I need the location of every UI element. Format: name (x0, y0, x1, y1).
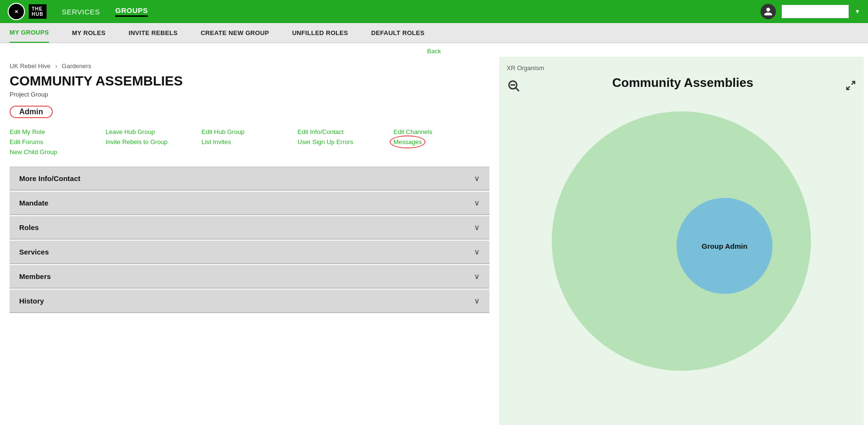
breadcrumb-current: Gardeners (62, 62, 91, 70)
nav-links: SERVICES GROUPS (62, 6, 148, 17)
list-invites-link[interactable]: List Invites (202, 137, 297, 147)
admin-badge: Admin (10, 106, 53, 118)
outer-circle: Group Admin (552, 111, 811, 371)
groups-nav-link[interactable]: GROUPS (115, 6, 148, 17)
admin-col-5: Edit Channels Messages (393, 127, 489, 157)
chevron-down-icon-0: ∨ (474, 174, 480, 183)
xr-logo[interactable]: ✕ (8, 3, 25, 20)
messages-circle-decoration: Messages (393, 138, 422, 146)
leave-hub-group-link[interactable]: Leave Hub Group (106, 127, 202, 137)
chevron-down-icon-1: ∨ (474, 198, 480, 207)
search-input[interactable] (782, 5, 849, 18)
svg-line-2 (516, 88, 519, 91)
accordion-history-label: History (19, 297, 44, 305)
new-child-group-link[interactable]: New Child Group (10, 147, 106, 157)
accordion-mandate[interactable]: Mandate ∨ (10, 192, 489, 215)
page-subtitle: Project Group (10, 91, 489, 98)
admin-col-4: Edit Info/Contact User Sign Up Errors (297, 127, 393, 157)
subnav-unfilled-roles[interactable]: UNFILLED ROLES (292, 24, 348, 42)
account-icon[interactable] (761, 4, 776, 19)
page-title: COMMUNITY ASSEMBLIES (10, 73, 489, 89)
expand-icon[interactable] (845, 80, 856, 93)
subnav-my-groups[interactable]: MY GROUPS (10, 23, 49, 43)
chevron-down-icon-4: ∨ (474, 272, 480, 281)
edit-hub-group-link[interactable]: Edit Hub Group (202, 127, 297, 137)
nav-right: ▼ (761, 4, 860, 19)
xr-organism-label: XR Organism (507, 64, 856, 72)
content-area: UK Rebel Hive › Gardeners COMMUNITY ASSE… (0, 57, 499, 425)
accordion-members[interactable]: Members ∨ (10, 265, 489, 289)
accordion-roles-label: Roles (19, 223, 39, 231)
accordion-more-info-label: More Info/Contact (19, 174, 81, 182)
edit-forums-link[interactable]: Edit Forums (10, 137, 106, 147)
accordion-history[interactable]: History ∨ (10, 290, 489, 313)
services-nav-link[interactable]: SERVICES (62, 8, 100, 16)
invite-rebels-to-group-link[interactable]: Invite Rebels to Group (106, 137, 202, 147)
breadcrumb: UK Rebel Hive › Gardeners (10, 62, 489, 70)
panel-controls: Community Assemblies (507, 75, 856, 98)
accordion-members-label: Members (19, 272, 51, 280)
organism-title: Community Assemblies (612, 75, 753, 90)
subnav-create-new-group[interactable]: CREATE NEW GROUP (201, 24, 269, 42)
chevron-down-icon-3: ∨ (474, 247, 480, 256)
edit-info-contact-link[interactable]: Edit Info/Contact (297, 127, 393, 137)
top-nav: ✕ THEHUB SERVICES GROUPS ▼ (0, 0, 868, 23)
accordion-services[interactable]: Services ∨ (10, 241, 489, 264)
hub-logo: THEHUB (29, 4, 47, 19)
admin-actions: Edit My Role Edit Forums New Child Group… (10, 127, 489, 157)
admin-col-3: Edit Hub Group List Invites (202, 127, 297, 157)
breadcrumb-parent[interactable]: UK Rebel Hive (10, 62, 50, 70)
inner-circle-label: Group Admin (702, 242, 747, 250)
accordion-roles[interactable]: Roles ∨ (10, 216, 489, 240)
edit-my-role-link[interactable]: Edit My Role (10, 127, 106, 137)
dropdown-arrow-icon[interactable]: ▼ (855, 8, 860, 15)
messages-link[interactable]: Messages (393, 137, 489, 147)
organism-diagram: Group Admin (507, 102, 856, 380)
subnav-invite-rebels[interactable]: INVITE REBELS (129, 24, 178, 42)
sub-nav: MY GROUPS MY ROLES INVITE REBELS CREATE … (0, 23, 868, 43)
inner-circle: Group Admin (677, 198, 773, 294)
zoom-out-icon[interactable] (507, 79, 520, 95)
breadcrumb-separator: › (55, 62, 57, 70)
main-container: UK Rebel Hive › Gardeners COMMUNITY ASSE… (0, 57, 868, 425)
chevron-down-icon-2: ∨ (474, 223, 480, 232)
accordion: More Info/Contact ∨ Mandate ∨ Roles ∨ Se… (10, 167, 489, 313)
chevron-down-icon-5: ∨ (474, 296, 480, 305)
admin-col-2: Leave Hub Group Invite Rebels to Group (106, 127, 202, 157)
accordion-services-label: Services (19, 248, 49, 256)
accordion-mandate-label: Mandate (19, 199, 48, 207)
subnav-default-roles[interactable]: DEFAULT ROLES (371, 24, 425, 42)
back-bar: Back (0, 43, 868, 57)
user-sign-up-errors-link[interactable]: User Sign Up Errors (297, 137, 393, 147)
accordion-more-info[interactable]: More Info/Contact ∨ (10, 167, 489, 191)
right-panel: XR Organism Community Assemblies (499, 57, 864, 425)
logo-area: ✕ THEHUB (8, 3, 47, 20)
back-link[interactable]: Back (427, 48, 441, 55)
admin-col-1: Edit My Role Edit Forums New Child Group (10, 127, 106, 157)
subnav-my-roles[interactable]: MY ROLES (72, 24, 106, 42)
